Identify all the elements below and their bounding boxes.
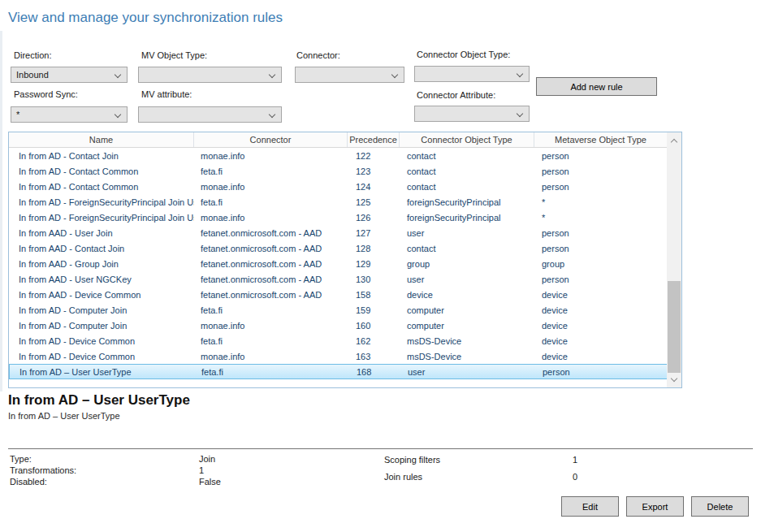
cell-connector: monae.info [194, 182, 348, 192]
cell-precedence: 159 [348, 305, 400, 315]
transformations-label: Transformations: [10, 465, 76, 475]
cell-precedence: 129 [348, 259, 400, 269]
cell-precedence: 126 [348, 213, 400, 223]
cell-connector-object-type: user [400, 367, 535, 377]
type-value: Join [199, 454, 215, 464]
cell-metaverse-object-type: person [534, 182, 667, 192]
cell-connector-object-type: foreignSecurityPrincipal [400, 197, 534, 207]
cell-metaverse-object-type: device [534, 305, 667, 315]
cell-connector-object-type: device [400, 290, 534, 300]
details-divider [8, 448, 753, 449]
cell-connector-object-type: user [400, 228, 534, 238]
cell-connector-object-type: computer [400, 321, 534, 331]
table-row[interactable]: In from AD - Computer Joinfeta.fi159comp… [9, 302, 681, 318]
add-new-rule-button[interactable]: Add new rule [536, 77, 657, 96]
cell-connector: fetanet.onmicrosoft.com - AAD [194, 259, 348, 269]
rules-table: Name Connector Precedence Connector Obje… [8, 132, 682, 388]
column-header-connector-object-type[interactable]: Connector Object Type [400, 132, 534, 147]
cell-connector: fetanet.onmicrosoft.com - AAD [194, 244, 348, 253]
password-sync-select[interactable]: * [11, 106, 128, 123]
cell-metaverse-object-type: device [534, 290, 667, 300]
connector-attribute-select[interactable] [414, 106, 530, 122]
edit-button[interactable]: Edit [561, 496, 619, 517]
scoping-filters-value: 1 [573, 455, 577, 465]
column-header-name[interactable]: Name [9, 132, 194, 147]
cell-connector-object-type: contact [400, 182, 534, 192]
cell-metaverse-object-type: * [534, 213, 667, 223]
cell-connector-object-type: contact [400, 151, 534, 161]
transformations-value: 1 [199, 465, 204, 475]
table-row[interactable]: In from AD - Contact Commonmonae.info124… [9, 179, 681, 194]
scroll-down-button[interactable] [667, 373, 681, 387]
cell-name: In from AAD - User NGCKey [9, 275, 194, 284]
table-row[interactable]: In from AD - ForeignSecurityPrincipal Jo… [9, 210, 681, 225]
mv-attribute-select[interactable] [138, 106, 282, 123]
column-header-precedence[interactable]: Precedence [348, 132, 400, 147]
table-row[interactable]: In from AAD - Contact Joinfetanet.onmicr… [9, 240, 681, 256]
column-header-metaverse-object-type[interactable]: Metaverse Object Type [534, 132, 667, 147]
cell-metaverse-object-type: person [535, 367, 668, 377]
cell-connector-object-type: msDS-Device [400, 336, 534, 346]
cell-name: In from AD – User UserType [10, 367, 195, 377]
cell-name: In from AAD - User Join [9, 228, 194, 238]
cell-metaverse-object-type: person [534, 244, 667, 253]
cell-metaverse-object-type: group [534, 259, 667, 269]
cell-metaverse-object-type: person [534, 275, 667, 284]
connector-select[interactable] [295, 67, 404, 83]
mv-object-type-select[interactable] [138, 67, 282, 83]
scroll-up-button[interactable] [667, 132, 681, 147]
chevron-down-icon [269, 71, 275, 78]
table-row[interactable]: In from AD - Contact Commonfeta.fi123con… [9, 163, 681, 179]
cell-name: In from AD - Computer Join [9, 305, 194, 315]
cell-connector-object-type: computer [400, 305, 534, 315]
cell-name: In from AD - Device Common [9, 352, 194, 361]
table-row[interactable]: In from AD - Contact Joinmonae.info122co… [9, 148, 681, 163]
cell-name: In from AD - ForeignSecurityPrincipal Jo… [9, 197, 194, 207]
disabled-value: False [199, 477, 221, 487]
cell-name: In from AD - Contact Common [9, 167, 194, 176]
chevron-down-icon [391, 71, 398, 78]
mv-object-type-label: MV Object Type: [141, 50, 207, 60]
page-title: View and manage your synchronization rul… [8, 10, 283, 26]
connector-label: Connector: [296, 50, 340, 60]
cell-metaverse-object-type: device [534, 336, 667, 346]
table-row[interactable]: In from AD - ForeignSecurityPrincipal Jo… [9, 194, 681, 210]
direction-select[interactable]: Inbound [11, 67, 128, 83]
cell-connector: fetanet.onmicrosoft.com - AAD [194, 275, 348, 284]
vertical-scrollbar[interactable] [667, 132, 681, 387]
export-button[interactable]: Export [626, 496, 684, 517]
table-row[interactable]: In from AD - Device Commonmonae.info163m… [9, 348, 681, 364]
table-row[interactable]: In from AAD - User NGCKeyfetanet.onmicro… [9, 271, 681, 287]
table-row[interactable]: In from AD – User UserTypefeta.fi168user… [9, 364, 681, 379]
table-row[interactable]: In from AAD - Group Joinfetanet.onmicros… [9, 256, 681, 271]
table-row[interactable]: In from AD - Computer Joinmonae.info160c… [9, 318, 681, 333]
cell-precedence: 123 [348, 167, 400, 176]
cell-connector: monae.info [194, 321, 348, 331]
cell-connector: fetanet.onmicrosoft.com - AAD [194, 290, 348, 300]
connector-object-type-label: Connector Object Type: [417, 50, 510, 59]
cell-precedence: 162 [348, 336, 400, 346]
cell-connector-object-type: msDS-Device [400, 352, 534, 361]
delete-button[interactable]: Delete [691, 496, 749, 517]
cell-precedence: 158 [348, 290, 400, 300]
table-row[interactable]: In from AAD - Device Commonfetanet.onmic… [9, 287, 681, 302]
connector-object-type-select[interactable] [414, 66, 530, 82]
scrollbar-thumb[interactable] [668, 281, 681, 373]
cell-precedence: 122 [348, 151, 400, 161]
table-row[interactable]: In from AAD - User Joinfetanet.onmicroso… [9, 225, 681, 240]
cell-precedence: 163 [348, 352, 400, 361]
disabled-label: Disabled: [10, 477, 47, 487]
chevron-down-icon [517, 110, 523, 117]
mv-attribute-label: MV attribute: [141, 89, 192, 99]
cell-connector: feta.fi [194, 336, 348, 346]
cell-precedence: 125 [348, 197, 400, 207]
chevron-up-icon [671, 139, 677, 145]
column-header-connector[interactable]: Connector [194, 132, 348, 147]
table-row[interactable]: In from AD - Device Commonfeta.fi162msDS… [9, 333, 681, 348]
cell-precedence: 160 [348, 321, 400, 331]
cell-connector-object-type: group [400, 259, 534, 269]
cell-metaverse-object-type: device [534, 352, 667, 361]
chevron-down-icon [269, 111, 275, 118]
left-edge-strip [0, 31, 2, 391]
password-sync-value: * [16, 110, 19, 119]
